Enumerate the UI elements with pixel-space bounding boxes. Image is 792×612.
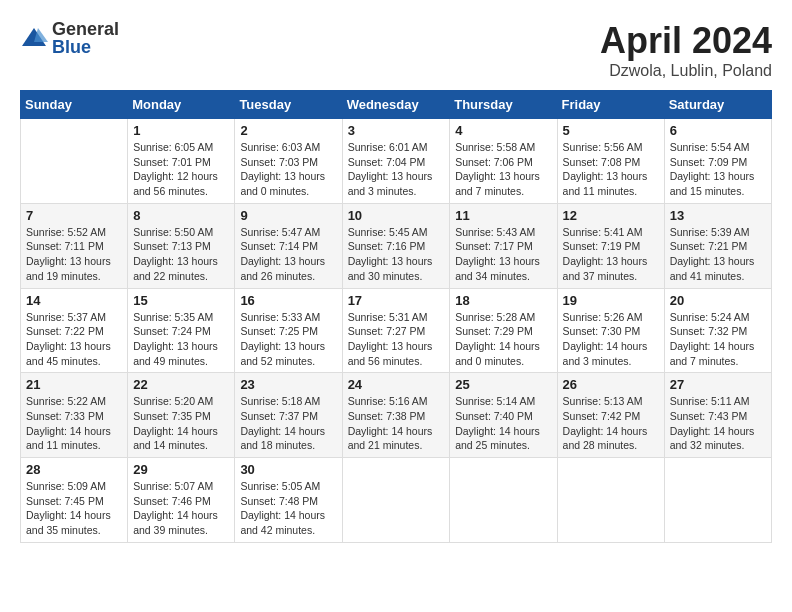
calendar-cell: 23Sunrise: 5:18 AMSunset: 7:37 PMDayligh… — [235, 373, 342, 458]
day-number: 27 — [670, 377, 766, 392]
day-number: 23 — [240, 377, 336, 392]
day-number: 12 — [563, 208, 659, 223]
calendar-week-row: 7Sunrise: 5:52 AMSunset: 7:11 PMDaylight… — [21, 203, 772, 288]
day-number: 5 — [563, 123, 659, 138]
weekday-header-row: SundayMondayTuesdayWednesdayThursdayFrid… — [21, 91, 772, 119]
weekday-header: Monday — [128, 91, 235, 119]
cell-info: Sunrise: 5:11 AMSunset: 7:43 PMDaylight:… — [670, 394, 766, 453]
calendar-cell — [557, 458, 664, 543]
page-header: General Blue April 2024 Dzwola, Lublin, … — [20, 20, 772, 80]
calendar-week-row: 28Sunrise: 5:09 AMSunset: 7:45 PMDayligh… — [21, 458, 772, 543]
calendar-cell: 30Sunrise: 5:05 AMSunset: 7:48 PMDayligh… — [235, 458, 342, 543]
calendar-table: SundayMondayTuesdayWednesdayThursdayFrid… — [20, 90, 772, 543]
day-number: 25 — [455, 377, 551, 392]
cell-info: Sunrise: 5:58 AMSunset: 7:06 PMDaylight:… — [455, 140, 551, 199]
calendar-cell: 25Sunrise: 5:14 AMSunset: 7:40 PMDayligh… — [450, 373, 557, 458]
weekday-header: Tuesday — [235, 91, 342, 119]
day-number: 18 — [455, 293, 551, 308]
calendar-week-row: 21Sunrise: 5:22 AMSunset: 7:33 PMDayligh… — [21, 373, 772, 458]
cell-info: Sunrise: 5:18 AMSunset: 7:37 PMDaylight:… — [240, 394, 336, 453]
calendar-week-row: 14Sunrise: 5:37 AMSunset: 7:22 PMDayligh… — [21, 288, 772, 373]
cell-info: Sunrise: 6:03 AMSunset: 7:03 PMDaylight:… — [240, 140, 336, 199]
calendar-cell: 18Sunrise: 5:28 AMSunset: 7:29 PMDayligh… — [450, 288, 557, 373]
cell-info: Sunrise: 5:09 AMSunset: 7:45 PMDaylight:… — [26, 479, 122, 538]
cell-info: Sunrise: 5:52 AMSunset: 7:11 PMDaylight:… — [26, 225, 122, 284]
calendar-cell: 8Sunrise: 5:50 AMSunset: 7:13 PMDaylight… — [128, 203, 235, 288]
day-number: 8 — [133, 208, 229, 223]
day-number: 24 — [348, 377, 445, 392]
calendar-cell — [664, 458, 771, 543]
day-number: 29 — [133, 462, 229, 477]
calendar-cell: 17Sunrise: 5:31 AMSunset: 7:27 PMDayligh… — [342, 288, 450, 373]
day-number: 11 — [455, 208, 551, 223]
calendar-cell: 5Sunrise: 5:56 AMSunset: 7:08 PMDaylight… — [557, 119, 664, 204]
logo: General Blue — [20, 20, 119, 56]
calendar-cell: 13Sunrise: 5:39 AMSunset: 7:21 PMDayligh… — [664, 203, 771, 288]
calendar-cell — [450, 458, 557, 543]
day-number: 19 — [563, 293, 659, 308]
calendar-cell: 11Sunrise: 5:43 AMSunset: 7:17 PMDayligh… — [450, 203, 557, 288]
day-number: 17 — [348, 293, 445, 308]
day-number: 14 — [26, 293, 122, 308]
cell-info: Sunrise: 5:24 AMSunset: 7:32 PMDaylight:… — [670, 310, 766, 369]
calendar-cell: 12Sunrise: 5:41 AMSunset: 7:19 PMDayligh… — [557, 203, 664, 288]
weekday-header: Sunday — [21, 91, 128, 119]
weekday-header: Saturday — [664, 91, 771, 119]
calendar-cell: 16Sunrise: 5:33 AMSunset: 7:25 PMDayligh… — [235, 288, 342, 373]
day-number: 3 — [348, 123, 445, 138]
day-number: 30 — [240, 462, 336, 477]
calendar-cell: 29Sunrise: 5:07 AMSunset: 7:46 PMDayligh… — [128, 458, 235, 543]
calendar-cell: 27Sunrise: 5:11 AMSunset: 7:43 PMDayligh… — [664, 373, 771, 458]
month-title: April 2024 — [600, 20, 772, 62]
cell-info: Sunrise: 5:20 AMSunset: 7:35 PMDaylight:… — [133, 394, 229, 453]
day-number: 28 — [26, 462, 122, 477]
calendar-cell: 1Sunrise: 6:05 AMSunset: 7:01 PMDaylight… — [128, 119, 235, 204]
logo-general: General — [52, 20, 119, 38]
cell-info: Sunrise: 6:05 AMSunset: 7:01 PMDaylight:… — [133, 140, 229, 199]
cell-info: Sunrise: 5:07 AMSunset: 7:46 PMDaylight:… — [133, 479, 229, 538]
day-number: 15 — [133, 293, 229, 308]
cell-info: Sunrise: 5:05 AMSunset: 7:48 PMDaylight:… — [240, 479, 336, 538]
calendar-cell: 10Sunrise: 5:45 AMSunset: 7:16 PMDayligh… — [342, 203, 450, 288]
day-number: 1 — [133, 123, 229, 138]
cell-info: Sunrise: 5:39 AMSunset: 7:21 PMDaylight:… — [670, 225, 766, 284]
cell-info: Sunrise: 5:43 AMSunset: 7:17 PMDaylight:… — [455, 225, 551, 284]
calendar-cell: 7Sunrise: 5:52 AMSunset: 7:11 PMDaylight… — [21, 203, 128, 288]
day-number: 4 — [455, 123, 551, 138]
calendar-cell: 20Sunrise: 5:24 AMSunset: 7:32 PMDayligh… — [664, 288, 771, 373]
cell-info: Sunrise: 5:31 AMSunset: 7:27 PMDaylight:… — [348, 310, 445, 369]
calendar-cell: 21Sunrise: 5:22 AMSunset: 7:33 PMDayligh… — [21, 373, 128, 458]
day-number: 2 — [240, 123, 336, 138]
day-number: 26 — [563, 377, 659, 392]
cell-info: Sunrise: 5:45 AMSunset: 7:16 PMDaylight:… — [348, 225, 445, 284]
title-block: April 2024 Dzwola, Lublin, Poland — [600, 20, 772, 80]
weekday-header: Thursday — [450, 91, 557, 119]
cell-info: Sunrise: 5:14 AMSunset: 7:40 PMDaylight:… — [455, 394, 551, 453]
calendar-cell: 28Sunrise: 5:09 AMSunset: 7:45 PMDayligh… — [21, 458, 128, 543]
svg-marker-1 — [34, 28, 48, 42]
location: Dzwola, Lublin, Poland — [600, 62, 772, 80]
cell-info: Sunrise: 5:54 AMSunset: 7:09 PMDaylight:… — [670, 140, 766, 199]
calendar-cell — [342, 458, 450, 543]
calendar-cell: 22Sunrise: 5:20 AMSunset: 7:35 PMDayligh… — [128, 373, 235, 458]
calendar-cell: 14Sunrise: 5:37 AMSunset: 7:22 PMDayligh… — [21, 288, 128, 373]
day-number: 7 — [26, 208, 122, 223]
day-number: 16 — [240, 293, 336, 308]
cell-info: Sunrise: 5:47 AMSunset: 7:14 PMDaylight:… — [240, 225, 336, 284]
logo-text: General Blue — [52, 20, 119, 56]
calendar-cell: 2Sunrise: 6:03 AMSunset: 7:03 PMDaylight… — [235, 119, 342, 204]
cell-info: Sunrise: 5:26 AMSunset: 7:30 PMDaylight:… — [563, 310, 659, 369]
calendar-cell: 9Sunrise: 5:47 AMSunset: 7:14 PMDaylight… — [235, 203, 342, 288]
calendar-cell: 6Sunrise: 5:54 AMSunset: 7:09 PMDaylight… — [664, 119, 771, 204]
calendar-cell: 15Sunrise: 5:35 AMSunset: 7:24 PMDayligh… — [128, 288, 235, 373]
calendar-cell — [21, 119, 128, 204]
weekday-header: Wednesday — [342, 91, 450, 119]
cell-info: Sunrise: 6:01 AMSunset: 7:04 PMDaylight:… — [348, 140, 445, 199]
day-number: 21 — [26, 377, 122, 392]
cell-info: Sunrise: 5:41 AMSunset: 7:19 PMDaylight:… — [563, 225, 659, 284]
day-number: 10 — [348, 208, 445, 223]
cell-info: Sunrise: 5:13 AMSunset: 7:42 PMDaylight:… — [563, 394, 659, 453]
calendar-cell: 4Sunrise: 5:58 AMSunset: 7:06 PMDaylight… — [450, 119, 557, 204]
day-number: 22 — [133, 377, 229, 392]
weekday-header: Friday — [557, 91, 664, 119]
